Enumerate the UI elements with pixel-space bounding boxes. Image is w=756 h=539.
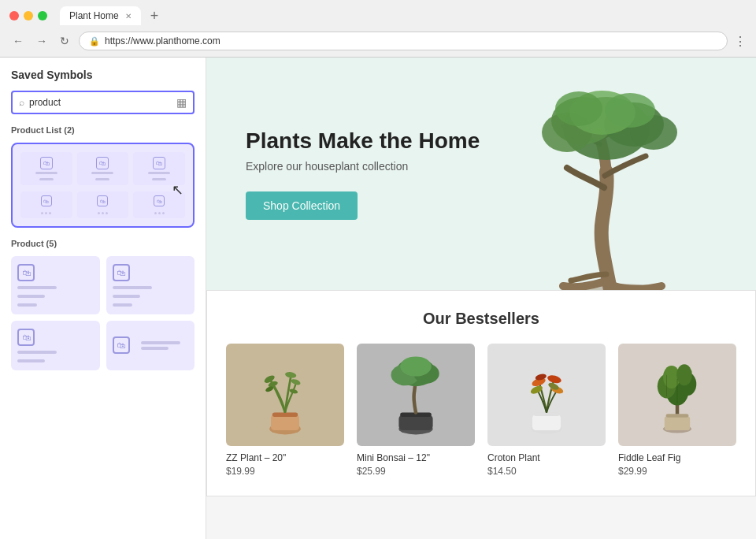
svg-point-13 xyxy=(284,371,296,379)
product-grid-top: 🛍 🛍 🛍 xyxy=(20,152,185,185)
product-single-item[interactable]: 🛍 xyxy=(11,256,100,314)
forward-button[interactable]: → xyxy=(33,33,50,49)
product-image-0 xyxy=(226,344,344,446)
product-name-3: Fiddle Leaf Fig xyxy=(618,452,680,463)
fullscreen-button[interactable] xyxy=(38,11,47,20)
bag-icon: 🛍 xyxy=(113,336,130,354)
dot-row xyxy=(41,212,51,214)
minimize-button[interactable] xyxy=(24,11,33,20)
subtitle-line xyxy=(152,178,166,180)
product-single-item[interactable]: 🛍 xyxy=(106,256,195,314)
refresh-button[interactable]: ↻ xyxy=(57,33,72,49)
lock-icon: 🔒 xyxy=(89,36,100,46)
bag-icon: 🛍 xyxy=(40,157,53,169)
product-card-0: ZZ Plant – 20" $19.99 xyxy=(226,344,344,477)
product-name-0: ZZ Plant – 20" xyxy=(226,452,286,463)
subtitle-line xyxy=(39,178,54,180)
product-item-sm: 🛍 xyxy=(20,191,72,218)
product-single-item[interactable]: 🛍 xyxy=(11,321,100,370)
bag-icon: 🛍 xyxy=(153,157,165,169)
title-line xyxy=(17,351,57,354)
title-line xyxy=(17,286,57,289)
right-content: Plants Make the Home Explore our housepl… xyxy=(206,58,756,539)
hero-text: Plants Make the Home Explore our housepl… xyxy=(246,128,480,221)
product-price-3: $29.99 xyxy=(618,466,647,477)
title-line xyxy=(35,172,57,174)
search-input[interactable] xyxy=(29,97,172,108)
title-line xyxy=(148,172,170,174)
more-options-button[interactable]: ⋮ xyxy=(734,34,747,49)
bag-icon: 🛍 xyxy=(154,195,165,206)
bag-icon: 🛍 xyxy=(17,329,35,346)
svg-rect-36 xyxy=(666,414,689,418)
product-price-1: $25.99 xyxy=(357,466,386,477)
traffic-lights xyxy=(9,11,47,20)
search-box[interactable]: ⌕ ▦ xyxy=(11,91,195,114)
bestsellers-section: Our Bestsellers xyxy=(206,290,756,496)
title-line xyxy=(35,208,57,210)
product-image-1 xyxy=(357,344,475,446)
subtitle-line xyxy=(141,347,169,350)
price-line xyxy=(113,303,132,307)
section-label-product: Product (5) xyxy=(11,239,195,248)
product-price-2: $14.50 xyxy=(487,466,517,477)
svg-rect-19 xyxy=(398,414,432,430)
url-text: https://www.planthome.com xyxy=(105,35,220,46)
section-label-product-list: Product List (2) xyxy=(11,125,195,135)
product-price-0: $19.99 xyxy=(226,466,255,477)
dot-row xyxy=(154,212,165,214)
shop-collection-button[interactable]: Shop Collection xyxy=(246,191,358,220)
subtitle-line xyxy=(95,178,109,180)
browser-titlebar: Plant Home ✕ + xyxy=(0,0,756,28)
product-card-2: Croton Plant $14.50 xyxy=(487,344,606,477)
search-icon: ⌕ xyxy=(19,97,24,108)
layout-icon[interactable]: ▦ xyxy=(176,96,187,109)
title-line xyxy=(141,341,180,344)
hero-subtitle: Explore our houseplant collection xyxy=(246,160,480,173)
bonsai-illustration xyxy=(504,69,724,290)
product-single-item[interactable]: 🛍 xyxy=(106,321,195,370)
svg-point-6 xyxy=(555,91,602,126)
new-tab-button[interactable]: + xyxy=(150,8,159,24)
product-item: 🛍 xyxy=(77,152,129,185)
product-singles-grid: 🛍 🛍 🛍 🛍 xyxy=(11,256,195,370)
dot-row xyxy=(98,212,108,214)
product-item: 🛍 xyxy=(20,152,72,185)
hero-section: Plants Make the Home Explore our housepl… xyxy=(206,58,756,290)
product-list-symbol-1[interactable]: 🛍 🛍 🛍 🛍 xyxy=(11,143,195,228)
title-line xyxy=(113,286,152,289)
product-grid-bottom: 🛍 🛍 🛍 xyxy=(20,191,185,218)
product-card-1: Mini Bonsai – 12" $25.99 xyxy=(357,344,475,477)
bag-icon: 🛍 xyxy=(96,157,109,169)
svg-point-29 xyxy=(547,374,562,385)
product-card-3: Fiddle Leaf Fig $29.99 xyxy=(618,344,736,477)
title-line xyxy=(148,208,170,210)
main-layout: Saved Symbols ⌕ ▦ Product List (2) 🛍 🛍 xyxy=(0,58,756,539)
product-name-2: Croton Plant xyxy=(487,452,540,463)
subtitle-line xyxy=(17,295,45,298)
svg-point-24 xyxy=(400,356,432,376)
svg-rect-27 xyxy=(534,413,559,417)
bag-icon: 🛍 xyxy=(97,195,108,206)
back-button[interactable]: ← xyxy=(9,33,27,49)
address-bar[interactable]: 🔒 https://www.planthome.com xyxy=(79,32,728,50)
bag-icon: 🛍 xyxy=(41,195,52,206)
cursor-icon: ↖ xyxy=(172,181,183,199)
hero-title: Plants Make the Home xyxy=(246,128,480,154)
browser-tab[interactable]: Plant Home ✕ xyxy=(60,6,141,25)
bag-icon: 🛍 xyxy=(113,264,130,281)
svg-rect-11 xyxy=(272,413,298,417)
product-item-sm: 🛍 xyxy=(77,191,129,218)
subtitle-line xyxy=(113,295,140,298)
tab-close-icon[interactable]: ✕ xyxy=(125,12,132,20)
svg-point-42 xyxy=(676,364,692,385)
title-line xyxy=(91,172,113,174)
svg-rect-26 xyxy=(532,414,561,430)
svg-rect-10 xyxy=(271,414,299,430)
products-row: ZZ Plant – 20" $19.99 xyxy=(226,344,736,477)
close-button[interactable] xyxy=(9,11,19,20)
title-line xyxy=(91,208,113,210)
bestsellers-title: Our Bestsellers xyxy=(226,310,736,328)
subtitle-line xyxy=(17,359,45,362)
bag-icon: 🛍 xyxy=(17,264,35,281)
